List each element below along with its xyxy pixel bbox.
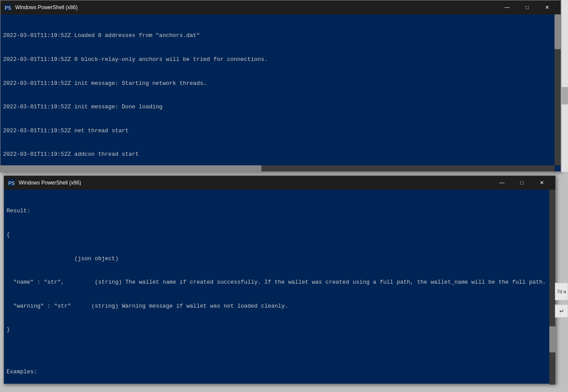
scrollbar-v-thumb-2[interactable] [549,326,555,352]
log-line-3: 2022-03-01T11:19:52Z init message: Start… [3,80,558,87]
title-bar-1[interactable]: PS Windows PowerShell (x86) — □ ✕ [0,0,561,14]
result-name-full: "name" : "str", (string) The wallet name… [7,278,548,286]
undo-button[interactable]: ↩ [555,305,568,318]
scrollbar-h-1[interactable] [0,165,555,171]
maximize-btn-2[interactable]: □ [512,176,532,190]
powershell-icon-2: PS [7,179,15,187]
result-brace-close: } [7,326,548,334]
result-label: Result: [7,207,548,215]
close-btn-2[interactable]: ✕ [532,176,552,190]
log-line-2: 2022-03-01T11:19:52Z 0 block-relay-only … [3,56,558,64]
log-line-1: 2022-03-01T11:19:52Z Loaded 0 addresses … [3,32,558,40]
log-line-4: 2022-03-01T11:19:52Z init message: Done … [3,103,558,111]
window-title-1: Windows PowerShell (x86) [15,4,497,10]
powershell-window-1[interactable]: PS Windows PowerShell (x86) — □ ✕ 2022-0… [0,0,561,172]
window-title-2: Windows PowerShell (x86) [19,180,492,186]
spacer-1 [7,350,548,352]
examples-label: Examples: [7,368,548,376]
result-name-line: (json object) [7,255,548,263]
powershell-icon-1: PS [4,3,12,11]
right-panel-top [561,0,568,172]
maximize-btn-1[interactable]: □ [517,0,537,14]
title-bar-2[interactable]: PS Windows PowerShell (x86) — □ ✕ [4,176,555,190]
scrollbar-v-1[interactable] [555,14,561,165]
scrollbar-v-thumb-1[interactable] [555,14,561,49]
log-line-5: 2022-03-01T11:19:52Z net thread start [3,127,558,135]
scrollbar-h-thumb-1[interactable] [0,165,261,171]
window-2-body: Result: { (json object) "name" : "str", … [4,190,555,385]
result-brace-open: { [7,231,548,239]
window-controls-2[interactable]: — □ ✕ [492,176,552,190]
result-warning-line: "warning" : "str" (string) Warning messa… [7,302,548,310]
minimize-btn-2[interactable]: — [492,176,512,190]
side-label[interactable]: 7d a [555,283,568,300]
log-line-6: 2022-03-01T11:19:52Z addcon thread start [3,151,558,158]
console-output-1: 2022-03-01T11:19:52Z Loaded 0 addresses … [0,14,561,166]
scrollbar-v-2[interactable] [549,190,555,385]
svg-text:PS: PS [5,5,11,10]
console-output-2: Result: { (json object) "name" : "str", … [4,190,555,392]
right-scrollbar-thumb[interactable] [561,87,568,104]
powershell-window-2[interactable]: PS Windows PowerShell (x86) — □ ✕ Result… [3,175,556,384]
minimize-btn-1[interactable]: — [497,0,517,14]
close-btn-1[interactable]: ✕ [537,0,557,14]
window-controls-1[interactable]: — □ ✕ [497,0,557,14]
svg-text:PS: PS [8,181,15,186]
